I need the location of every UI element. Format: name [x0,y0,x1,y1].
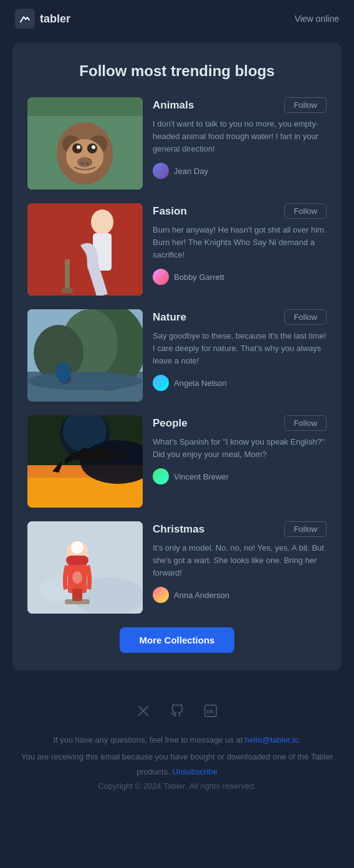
blog-desc-nature: Say goodbye to these, because it's the l… [153,330,327,367]
more-collections-container: More Collections [27,627,327,653]
blog-title-christmas: Christmas [153,523,204,536]
blog-author-christmas: Anna Anderson [153,587,327,603]
page-title: Follow most trending blogs [27,62,327,80]
svg-point-43 [72,571,82,584]
unsubscribe-link[interactable]: Unsubscribe [172,767,217,776]
blog-image-christmas [27,521,143,614]
author-name-nature: Angela Nelson [174,379,227,388]
blog-item-animals: Animals Follow I don't want to talk to y… [27,97,327,190]
logo-icon [15,9,35,29]
svg-point-24 [27,372,142,390]
blog-content-people: People Follow What's Spanish for "I know… [153,415,327,508]
svg-point-7 [77,145,80,149]
svg-point-41 [71,541,84,554]
footer: If you have any questions, feel free to … [0,683,354,811]
follow-button-animals[interactable]: Follow [284,97,327,113]
view-online-link[interactable]: View online [295,14,339,24]
blog-image-people [27,415,143,508]
svg-rect-12 [27,97,143,116]
author-avatar-animals [153,163,169,179]
github-icon[interactable] [166,700,188,721]
social-icons [15,700,339,721]
blog-desc-christmas: It's only a model. No, no, no! Yes, yes.… [153,542,327,579]
blog-item-nature: Nature Follow Say goodbye to these, beca… [27,309,327,402]
author-avatar-christmas [153,587,169,603]
author-name-fashion: Bobby Garrett [174,272,224,282]
blog-content-christmas: Christmas Follow It's only a model. No, … [153,521,327,614]
svg-point-8 [92,145,95,149]
follow-button-people[interactable]: Follow [284,415,327,431]
blog-header-nature: Nature Follow [153,309,327,325]
author-name-animals: Jean Day [174,166,208,176]
more-collections-button[interactable]: More Collections [120,627,235,653]
logo-area: tabler [15,9,70,29]
blog-title-people: People [153,417,188,430]
author-avatar-nature [153,375,169,391]
blog-author-animals: Jean Day [153,163,327,179]
blog-item-people: People Follow What's Spanish for "I know… [27,415,327,508]
contact-email[interactable]: hello@tabler.io [245,735,299,745]
blog-author-nature: Angela Nelson [153,375,327,391]
author-avatar-fashion [153,269,169,285]
blog-image-fashion [27,203,143,296]
blog-image-nature [27,309,143,402]
blog-list: Animals Follow I don't want to talk to y… [27,97,327,614]
blog-header-christmas: Christmas Follow [153,521,327,537]
blog-author-people: Vincent Brewer [153,468,327,485]
disclaimer-text: You are receiving this email because you… [15,750,339,779]
blog-title-nature: Nature [153,311,186,324]
svg-rect-44 [65,599,90,604]
app-header: tabler View online [0,0,354,37]
svg-point-9 [77,157,92,167]
svg-rect-17 [65,259,70,291]
blog-image-animals [27,97,143,190]
blog-desc-animals: I don't want to talk to you no more, you… [153,118,327,155]
blog-item-christmas: Christmas Follow It's only a model. No, … [27,521,327,614]
blog-header-animals: Animals Follow [153,97,327,113]
svg-point-15 [91,210,113,234]
follow-button-christmas[interactable]: Follow [284,521,327,537]
blog-title-fashion: Fasion [153,205,187,218]
blog-content-animals: Animals Follow I don't want to talk to y… [153,97,327,190]
author-name-christmas: Anna Anderson [174,591,229,600]
svg-point-11 [85,162,89,165]
copyright-text: Copyright © 2024 Tabler. All rights rese… [15,781,339,791]
author-avatar-people [153,468,169,485]
follow-button-fashion[interactable]: Follow [284,203,327,219]
svg-rect-40 [66,556,88,565]
blog-desc-fashion: Burn her anyway! He hasn't got shit all … [153,224,327,261]
svg-point-27 [55,362,70,381]
blog-content-fashion: Fasion Follow Burn her anyway! He hasn't… [153,203,327,296]
linkedin-icon[interactable] [200,700,221,721]
contact-text: If you have any questions, feel free to … [15,733,339,747]
blog-header-fashion: Fasion Follow [153,203,327,219]
author-name-people: Vincent Brewer [174,472,229,481]
blog-title-animals: Animals [153,99,194,112]
svg-point-10 [80,162,84,165]
blog-author-fashion: Bobby Garrett [153,269,327,285]
svg-point-4 [66,139,103,174]
follow-button-nature[interactable]: Follow [284,309,327,325]
blog-desc-people: What's Spanish for "I know you speak Eng… [153,436,327,461]
twitter-x-icon[interactable] [133,700,154,721]
blog-header-people: People Follow [153,415,327,431]
logo-text: tabler [40,12,70,26]
svg-rect-18 [62,288,73,293]
main-card: Follow most trending blogs [12,42,342,670]
blog-item-fashion: Fasion Follow Burn her anyway! He hasn't… [27,203,327,296]
blog-content-nature: Nature Follow Say goodbye to these, beca… [153,309,327,402]
